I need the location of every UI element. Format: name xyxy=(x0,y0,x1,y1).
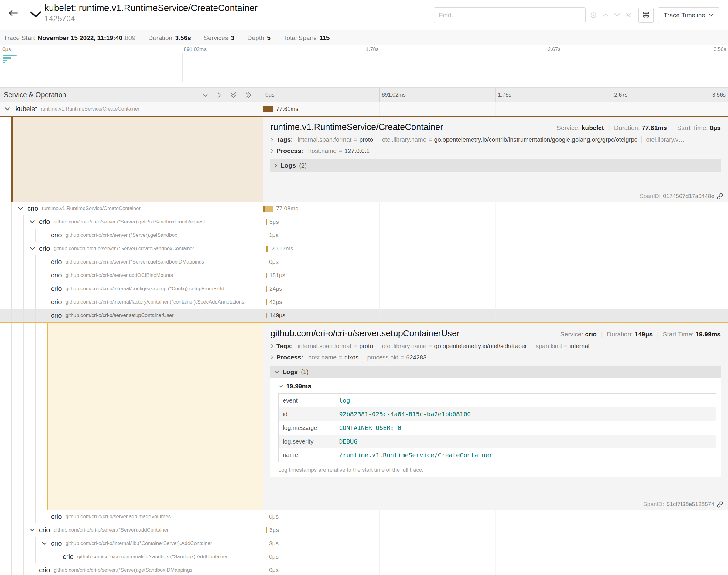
link-icon[interactable] xyxy=(717,501,723,508)
logs-accordion-collapsed[interactable]: Logs (2) xyxy=(270,159,721,172)
span-row-getpodsandboxfromrequest[interactable]: crio github.com/cri-o/cri-o/server.(*Ser… xyxy=(0,215,728,229)
minimap-span xyxy=(3,57,11,59)
find-input[interactable] xyxy=(434,7,586,23)
span-operation: github.com/cri-o/cri-o/server.(*Server).… xyxy=(54,246,194,252)
chevron-right-icon xyxy=(270,355,273,360)
span-duration: 24μs xyxy=(269,285,282,292)
span-service: crio xyxy=(39,526,50,534)
process-row[interactable]: Process: host.name=127.0.0.1 xyxy=(270,147,721,155)
expand-all-icon[interactable] xyxy=(245,92,252,98)
timeline-ruler: 0μs 891.02ms 1.78s 2.67s 3.56s xyxy=(263,88,728,102)
span-bar xyxy=(266,246,268,252)
span-row-addimagevolumes[interactable]: crio github.com/cri-o/cri-o/server.addIm… xyxy=(0,510,728,523)
span-row-seccomp-setupfromfield[interactable]: crio github.com/cri-o/cri-o/internal/con… xyxy=(0,282,728,295)
trace-header-collapse-chevron-icon[interactable] xyxy=(30,11,42,18)
keyboard-shortcuts-button[interactable]: ⌘ xyxy=(638,8,654,23)
minimap-tick: 1.78s xyxy=(366,46,379,53)
span-bar xyxy=(266,273,267,278)
ruler-tick: 1.78s xyxy=(498,92,511,98)
span-rows: kubelet runtime.v1.RuntimeService/Create… xyxy=(0,102,728,575)
span-bar xyxy=(266,541,266,546)
span-service: crio xyxy=(51,513,62,521)
log-entry-toggle[interactable]: 19.99ms xyxy=(278,382,717,390)
span-duration: 151μs xyxy=(269,272,285,279)
span-duration: 43μs xyxy=(269,299,282,305)
log-field-value: /runtime.v1.RuntimeService/CreateContain… xyxy=(339,448,717,462)
expand-one-icon[interactable] xyxy=(217,92,222,98)
chevron-up-icon[interactable] xyxy=(602,13,609,17)
log-field-key: id xyxy=(278,407,339,421)
service-operation-header: Service & Operation xyxy=(0,88,263,102)
trace-title-link[interactable]: kubelet: runtime.v1.RuntimeService/Creat… xyxy=(44,2,258,13)
span-service: crio xyxy=(51,231,62,239)
span-bar xyxy=(266,259,266,265)
collapse-one-icon[interactable] xyxy=(202,93,209,97)
table-row: log.message CONTAINER USER: 0 xyxy=(278,421,717,435)
find-result-controls xyxy=(590,11,631,19)
span-row-getsandbox[interactable]: crio github.com/cri-o/cri-o/server.(*Ser… xyxy=(0,229,728,242)
tags-row[interactable]: Tags: internal.span.format=proto otel.li… xyxy=(270,136,721,143)
span-row-setupcontaineruser[interactable]: crio github.com/cri-o/cri-o/server.setup… xyxy=(0,309,728,322)
span-bar xyxy=(266,219,267,225)
log-field-key: log.severity xyxy=(278,435,339,448)
span-bar xyxy=(266,313,267,318)
tags-row[interactable]: Tags: internal.span.format=proto otel.li… xyxy=(270,342,721,350)
span-row-crio-createcontainer[interactable]: crio runtime.v1.RuntimeService/CreateCon… xyxy=(0,202,728,215)
log-field-value: DEBUG xyxy=(339,435,717,448)
trace-depth: Depth 5 xyxy=(247,34,271,42)
span-bar xyxy=(266,527,267,533)
span-duration: 0μs xyxy=(269,513,278,520)
header-controls: ⌘ Trace Timeline xyxy=(434,7,728,23)
span-duration: 0μs xyxy=(269,553,278,560)
chevron-down-icon[interactable] xyxy=(614,13,620,17)
chevron-down-icon[interactable] xyxy=(30,247,35,250)
minimap-span xyxy=(3,60,7,61)
minimap-span xyxy=(3,55,17,57)
span-service: crio xyxy=(39,245,50,252)
span-service: crio xyxy=(51,258,62,266)
span-row-lib-addcontainer[interactable]: crio github.com/cri-o/cri-o/internal/lib… xyxy=(0,537,728,550)
log-entry-timestamp: 19.99ms xyxy=(286,382,311,390)
span-row-getsandboxidmappings-2[interactable]: crio github.com/cri-o/cri-o/server.(*Ser… xyxy=(0,564,728,575)
back-button[interactable] xyxy=(8,8,18,18)
close-icon[interactable] xyxy=(626,12,631,18)
chevron-down-icon[interactable] xyxy=(30,221,35,224)
logs-content: 19.99ms event log id 92b82381-025c-4a64-… xyxy=(270,378,721,477)
span-row-getsandboxidmappings[interactable]: crio github.com/cri-o/cri-o/server.(*Ser… xyxy=(0,255,728,269)
log-field-value: CONTAINER USER: 0 xyxy=(339,421,717,435)
span-row-kubelet-createcontainer[interactable]: kubelet runtime.v1.RuntimeService/Create… xyxy=(0,102,728,116)
command-icon: ⌘ xyxy=(642,10,650,20)
chevron-down-icon[interactable] xyxy=(42,542,47,545)
collapse-all-icon[interactable] xyxy=(230,92,237,98)
timeline-header: Service & Operation 0μs 891.02ms 1.78s xyxy=(0,88,728,102)
minimap-canvas[interactable] xyxy=(0,53,728,82)
span-service: crio xyxy=(51,311,62,319)
process-row[interactable]: Process: host.name=nixos process.pid=624… xyxy=(270,354,721,361)
arrow-left-icon xyxy=(8,8,18,18)
chevron-down-icon[interactable] xyxy=(30,529,35,532)
span-row-createsandboxcontainer[interactable]: crio github.com/cri-o/cri-o/server.(*Ser… xyxy=(0,242,728,255)
trace-timeline-dropdown[interactable]: Trace Timeline xyxy=(658,7,720,23)
link-icon[interactable] xyxy=(717,193,723,199)
span-operation: github.com/cri-o/cri-o/internal/config/s… xyxy=(65,286,224,292)
span-row-sandbox-addcontainer[interactable]: crio github.com/cri-o/cri-o/internal/lib… xyxy=(0,550,728,564)
trace-start: Trace Start November 15 2022, 11:19:40.8… xyxy=(4,34,135,42)
span-row-addocibindmounts[interactable]: crio github.com/cri-o/cri-o/server.addOC… xyxy=(0,269,728,282)
chevron-down-icon xyxy=(274,370,279,373)
chevron-down-icon[interactable] xyxy=(18,207,23,210)
span-bar xyxy=(263,206,273,212)
trace-services: Services 3 xyxy=(204,34,234,42)
span-duration: 1μs xyxy=(269,232,278,239)
span-bar xyxy=(266,233,266,238)
chevron-right-icon xyxy=(270,344,273,348)
logs-accordion-expanded[interactable]: Logs (1) xyxy=(270,366,721,378)
span-operation: github.com/cri-o/cri-o/server.(*Server).… xyxy=(54,527,169,533)
trace-minimap: 0μs 891.02ms 1.78s 2.67s 3.56s xyxy=(0,45,728,82)
span-row-specaddannotations[interactable]: crio github.com/cri-o/cri-o/internal/fac… xyxy=(0,295,728,309)
span-service: crio xyxy=(51,285,62,293)
span-detail-accent xyxy=(0,116,263,202)
locate-icon[interactable] xyxy=(590,11,597,19)
span-row-addcontainer[interactable]: crio github.com/cri-o/cri-o/server.(*Ser… xyxy=(0,523,728,537)
chevron-down-icon[interactable] xyxy=(5,107,10,111)
span-operation: runtime.v1.RuntimeService/CreateContaine… xyxy=(42,206,140,212)
